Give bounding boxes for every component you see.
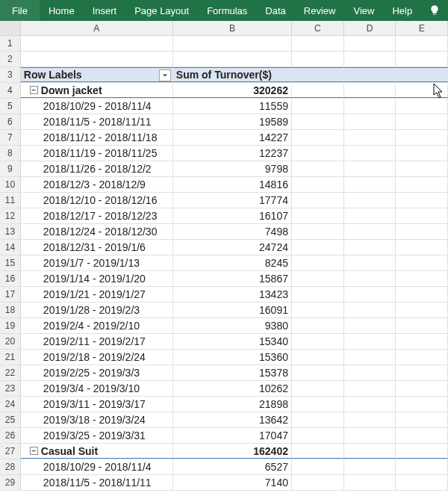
cell-a[interactable]: 2019/3/18 - 2019/3/24 — [21, 412, 173, 427]
cell-d[interactable] — [344, 365, 396, 380]
row-header[interactable]: 16 — [0, 271, 21, 286]
cell-b[interactable]: 16107 — [173, 208, 292, 223]
row-header[interactable]: 19 — [0, 318, 21, 333]
cell-e[interactable] — [396, 146, 448, 161]
row-header[interactable]: 4 — [0, 83, 21, 98]
tab-insert[interactable]: Insert — [84, 0, 126, 21]
cell-b[interactable]: 11559 — [173, 99, 292, 114]
cell-a[interactable]: −Casual Suit — [21, 444, 173, 459]
cell-b[interactable]: 15378 — [173, 365, 292, 380]
cell-e[interactable] — [396, 287, 448, 302]
cell-e[interactable] — [396, 67, 448, 82]
row-header[interactable]: 7 — [0, 130, 21, 145]
row-header[interactable]: 14 — [0, 240, 21, 255]
cell-e[interactable] — [396, 271, 448, 286]
cell-a[interactable]: 2019/2/11 - 2019/2/17 — [21, 334, 173, 349]
cell-a[interactable]: 2018/10/29 - 2018/11/4 — [21, 459, 173, 474]
cell-a[interactable] — [21, 36, 173, 51]
cell-c[interactable] — [292, 83, 344, 98]
row-header[interactable]: 26 — [0, 428, 21, 443]
cell-c[interactable] — [292, 177, 344, 192]
cell-e[interactable] — [396, 177, 448, 192]
cell-a[interactable]: 2019/1/7 - 2019/1/13 — [21, 255, 173, 270]
cell-d[interactable] — [344, 36, 396, 51]
row-header[interactable]: 10 — [0, 177, 21, 192]
cell-c[interactable] — [292, 271, 344, 286]
tab-view[interactable]: View — [344, 0, 383, 21]
tab-review[interactable]: Review — [295, 0, 345, 21]
row-header[interactable]: 22 — [0, 365, 21, 380]
cell-b[interactable]: 162402 — [173, 444, 292, 459]
row-header[interactable]: 6 — [0, 114, 21, 129]
col-header-c[interactable]: C — [292, 21, 344, 35]
cell-c[interactable] — [292, 193, 344, 208]
cell-c[interactable] — [292, 412, 344, 427]
row-header[interactable]: 17 — [0, 287, 21, 302]
cell-c[interactable] — [292, 397, 344, 412]
cell-a[interactable]: Row Labels — [21, 67, 173, 82]
cell-c[interactable] — [292, 350, 344, 365]
row-header[interactable]: 12 — [0, 208, 21, 223]
cell-a[interactable]: 2019/2/18 - 2019/2/24 — [21, 350, 173, 365]
cell-b[interactable]: 14816 — [173, 177, 292, 192]
cell-a[interactable]: 2019/1/28 - 2019/2/3 — [21, 303, 173, 317]
cell-c[interactable] — [292, 240, 344, 255]
cell-e[interactable] — [396, 193, 448, 208]
cell-b[interactable]: 24724 — [173, 240, 292, 255]
cell-b[interactable]: 13423 — [173, 287, 292, 302]
cell-a[interactable]: 2018/11/12 - 2018/11/18 — [21, 130, 173, 145]
cell-a[interactable]: 2019/3/25 - 2019/3/31 — [21, 428, 173, 443]
cell-b[interactable]: 21898 — [173, 397, 292, 412]
cell-d[interactable] — [344, 240, 396, 255]
cell-b[interactable]: 7498 — [173, 224, 292, 239]
cell-a[interactable]: 2019/3/11 - 2019/3/17 — [21, 397, 173, 412]
row-header[interactable]: 24 — [0, 397, 21, 412]
cell-a[interactable]: −Down jacket — [21, 83, 173, 98]
cell-c[interactable] — [292, 381, 344, 396]
cell-d[interactable] — [344, 303, 396, 317]
cell-d[interactable] — [344, 130, 396, 145]
cell-c[interactable] — [292, 444, 344, 459]
cell-d[interactable] — [344, 193, 396, 208]
cell-c[interactable] — [292, 428, 344, 443]
cell-b[interactable] — [173, 52, 292, 66]
tab-help[interactable]: Help — [383, 0, 421, 21]
cell-d[interactable] — [344, 381, 396, 396]
cell-e[interactable] — [396, 240, 448, 255]
tab-formulas[interactable]: Formulas — [198, 0, 256, 21]
cell-b[interactable]: 16091 — [173, 303, 292, 317]
cell-d[interactable] — [344, 444, 396, 459]
row-labels-filter-button[interactable] — [159, 69, 171, 81]
cell-a[interactable]: 2019/2/25 - 2019/3/3 — [21, 365, 173, 380]
cell-e[interactable] — [396, 428, 448, 443]
cell-b[interactable]: 7140 — [173, 475, 292, 490]
cell-a[interactable]: 2019/3/4 - 2019/3/10 — [21, 381, 173, 396]
row-header[interactable]: 29 — [0, 475, 21, 490]
row-header[interactable]: 21 — [0, 350, 21, 365]
cell-c[interactable] — [292, 334, 344, 349]
cell-a[interactable]: 2018/12/31 - 2019/1/6 — [21, 240, 173, 255]
cell-a[interactable]: 2019/1/21 - 2019/1/27 — [21, 287, 173, 302]
cell-a[interactable]: 2018/11/5 - 2018/11/11 — [21, 475, 173, 490]
cell-d[interactable] — [344, 146, 396, 161]
cell-b[interactable]: 9798 — [173, 161, 292, 176]
collapse-button[interactable]: − — [30, 86, 38, 94]
row-header[interactable]: 8 — [0, 146, 21, 161]
cell-e[interactable] — [396, 224, 448, 239]
cell-e[interactable] — [396, 130, 448, 145]
tab-home[interactable]: Home — [40, 0, 84, 21]
cell-b[interactable]: 6527 — [173, 459, 292, 474]
row-header[interactable]: 27 — [0, 444, 21, 459]
cell-e[interactable] — [396, 83, 448, 98]
row-header[interactable]: 13 — [0, 224, 21, 239]
cell-d[interactable] — [344, 318, 396, 333]
cell-d[interactable] — [344, 67, 396, 82]
cell-d[interactable] — [344, 177, 396, 192]
cell-a[interactable] — [21, 52, 173, 66]
cell-c[interactable] — [292, 475, 344, 490]
collapse-button[interactable]: − — [30, 447, 38, 455]
tell-me-icon[interactable] — [421, 0, 448, 21]
cell-e[interactable] — [396, 114, 448, 129]
cell-c[interactable] — [292, 208, 344, 223]
row-header[interactable]: 2 — [0, 52, 21, 66]
